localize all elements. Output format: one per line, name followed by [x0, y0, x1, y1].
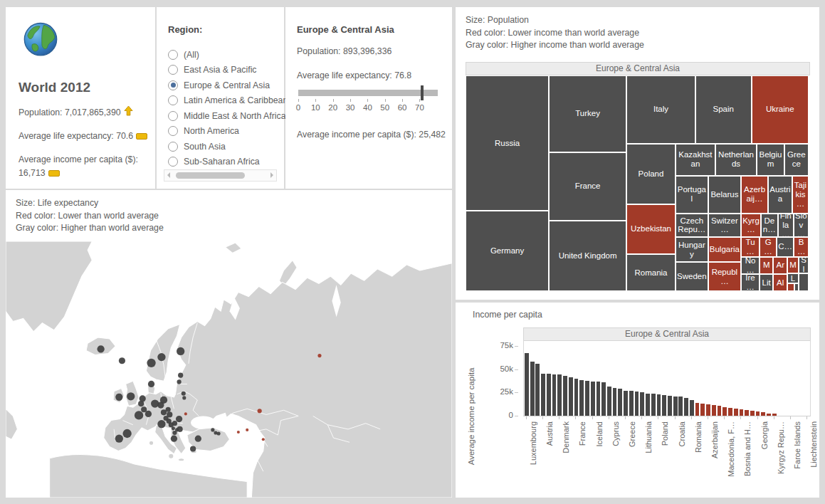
bar-10[interactable]	[579, 380, 584, 416]
bar-33[interactable]	[706, 404, 710, 416]
map-dot-45[interactable]	[262, 438, 265, 441]
bar-16[interactable]	[613, 388, 617, 416]
map-dot-39[interactable]	[217, 431, 221, 435]
region-option-7[interactable]: Sub-Saharan Africa	[168, 154, 280, 170]
map-dot-7[interactable]	[182, 392, 186, 396]
treemap-tile-netherlands[interactable]: Netherlands	[715, 144, 757, 176]
treemap-tile-finla[interactable]: Finla…	[778, 214, 794, 238]
treemap-tile-greece[interactable]: Greece	[784, 144, 809, 176]
map-dot-46[interactable]	[184, 412, 187, 415]
treemap-tile-austria[interactable]: Austria	[768, 176, 792, 214]
region-option-3[interactable]: Latin America & Caribbean	[168, 93, 280, 109]
treemap-tile-g[interactable]: G…	[760, 237, 777, 256]
bar-36[interactable]	[722, 407, 727, 416]
treemap-tile-c[interactable]: C…	[777, 237, 794, 256]
map-dot-4[interactable]	[177, 347, 184, 355]
treemap-tile-uzbekistan[interactable]: Uzbekistan	[626, 204, 676, 255]
treemap-tile-belgium[interactable]: Belgium	[757, 144, 784, 176]
treemap-tile-romania[interactable]: Romania	[626, 254, 676, 291]
treemap-tile-germany[interactable]: Germany	[466, 211, 549, 291]
map-dot-34[interactable]	[115, 435, 123, 443]
region-option-4[interactable]: Middle East & North Africa	[168, 108, 280, 124]
radio-icon[interactable]	[168, 126, 178, 136]
treemap-tile-m[interactable]: M	[760, 257, 773, 275]
treemap-tile-azerbaij[interactable]: Azerbaij…	[741, 176, 768, 214]
scrollbar-thumb[interactable]	[176, 172, 245, 179]
bar-30[interactable]	[690, 400, 694, 416]
radio-icon[interactable]	[168, 80, 178, 90]
treemap-tile[interactable]	[787, 283, 794, 291]
bar-24[interactable]	[657, 394, 661, 416]
map-dot-35[interactable]	[195, 436, 201, 442]
bar-41[interactable]	[750, 411, 755, 416]
treemap-tile-hungary[interactable]: Hungary	[676, 237, 708, 262]
bar-17[interactable]	[618, 389, 622, 416]
map-dot-42[interactable]	[258, 409, 262, 413]
treemap-tile-sweden[interactable]: Sweden	[676, 262, 708, 291]
treemap-tile-italy[interactable]: Italy	[626, 75, 695, 144]
bar-29[interactable]	[684, 398, 688, 416]
bar-37[interactable]	[728, 408, 732, 416]
map-dot-18[interactable]	[135, 411, 143, 419]
bar-25[interactable]	[662, 395, 666, 416]
region-option-5[interactable]: North America	[168, 124, 280, 140]
radio-icon[interactable]	[168, 50, 178, 60]
bar-12[interactable]	[591, 382, 595, 416]
bar-34[interactable]	[712, 405, 716, 416]
map-dot-13[interactable]	[151, 399, 159, 407]
map-dot-11[interactable]	[140, 395, 146, 401]
bar-9[interactable]	[574, 379, 579, 416]
map-dot-9[interactable]	[115, 394, 122, 401]
bar-26[interactable]	[668, 396, 672, 416]
map-dot-12[interactable]	[138, 401, 144, 406]
bar-43[interactable]	[761, 412, 765, 416]
map-dot-8[interactable]	[127, 392, 135, 400]
map-dot-44[interactable]	[246, 429, 248, 431]
bar-11[interactable]	[585, 381, 589, 416]
treemap-tile-czech-repu[interactable]: Czech Repu…	[676, 214, 708, 238]
map-dot-32[interactable]	[171, 436, 177, 442]
treemap-tile-united-kingdom[interactable]: United Kingdom	[549, 221, 626, 291]
treemap-tile-al[interactable]: Al	[773, 274, 787, 291]
bar-8[interactable]	[569, 377, 573, 416]
bar-42[interactable]	[756, 411, 760, 416]
scroll-right-icon[interactable]	[270, 172, 273, 178]
map-dot-30[interactable]	[176, 416, 182, 422]
map-dot-37[interactable]	[211, 428, 214, 431]
treemap-tile-russia[interactable]: Russia	[466, 75, 549, 211]
treemap-tile-portugal[interactable]: Portugal	[676, 176, 708, 214]
treemap-tile-sl[interactable]: Sl	[799, 257, 809, 274]
radio-icon[interactable]	[168, 142, 178, 152]
bar-14[interactable]	[601, 382, 606, 416]
bar-40[interactable]	[745, 410, 749, 416]
treemap-tile-tajikis[interactable]: Tajikis…	[792, 176, 809, 214]
treemap-tile-no[interactable]: No…	[741, 257, 760, 275]
treemap-tile-turkey[interactable]: Turkey	[549, 75, 626, 152]
treemap-tile-tu[interactable]: Tu…	[741, 237, 760, 256]
treemap-tile-belarus[interactable]: Belarus	[708, 176, 741, 214]
bar-28[interactable]	[678, 397, 683, 416]
treemap-tile-ukraine[interactable]: Ukraine	[752, 75, 809, 144]
bar-38[interactable]	[734, 409, 738, 416]
bar-18[interactable]	[624, 391, 628, 416]
map-dot-43[interactable]	[237, 431, 240, 434]
bar-3[interactable]	[541, 374, 545, 416]
treemap-tile-ire[interactable]: Ire…	[741, 274, 760, 291]
radio-icon[interactable]	[168, 157, 178, 167]
map-dot-14[interactable]	[141, 406, 147, 412]
treemap-tile-kazakhstan[interactable]: Kazakhstan	[676, 144, 715, 176]
bar-1[interactable]	[530, 362, 535, 416]
treemap-tile-france[interactable]: France	[549, 152, 626, 221]
bar-44[interactable]	[767, 414, 771, 416]
bar-7[interactable]	[563, 376, 567, 416]
bar-23[interactable]	[651, 394, 656, 416]
map-dot-31[interactable]	[177, 426, 183, 432]
treemap-tile-b[interactable]: B…	[794, 237, 809, 256]
treemap-tile-lit[interactable]: Lit	[760, 274, 773, 291]
horizontal-scrollbar[interactable]	[164, 169, 277, 182]
region-option-0[interactable]: (All)	[168, 47, 280, 63]
treemap-tile-ar[interactable]: Ar	[773, 257, 787, 275]
bar-0[interactable]	[525, 353, 529, 416]
map-dot-27[interactable]	[172, 426, 175, 430]
map-dot-15[interactable]	[145, 411, 152, 417]
